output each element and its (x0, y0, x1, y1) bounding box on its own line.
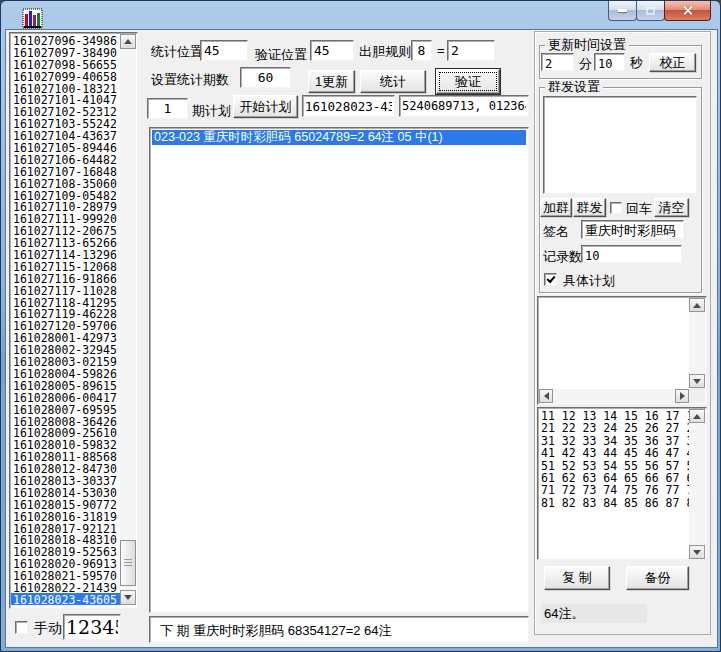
list-item[interactable]: 161027105-89446 (11, 141, 120, 153)
rule-label: 出胆规则 (359, 43, 411, 61)
sign-label: 签名 (543, 223, 569, 241)
history-scroll-track[interactable] (120, 49, 136, 590)
list-item[interactable]: 161028008-36426 (11, 415, 120, 427)
list-item[interactable]: 161027103-55242 (11, 117, 120, 129)
minutes-input[interactable] (542, 56, 573, 72)
plan-textarea-frame (537, 296, 707, 405)
plan-count-input[interactable] (148, 99, 187, 118)
list-item[interactable]: 161028007-69595 (11, 403, 120, 415)
digits-box (399, 95, 529, 117)
list-item[interactable]: 161027119-46228 (11, 307, 120, 319)
list-item[interactable]: 161027098-56655 (11, 58, 120, 70)
list-item[interactable]: 161028006-00417 (11, 391, 120, 403)
list-item[interactable]: 161028018-48310 (11, 533, 120, 545)
list-item[interactable]: 161027097-38490 (11, 46, 120, 58)
send-button[interactable]: 群发 (573, 198, 606, 217)
rule-right-input[interactable] (448, 41, 494, 60)
seconds-input[interactable] (595, 56, 624, 72)
plan-scroll-up-icon[interactable] (689, 298, 705, 312)
stat-pos-box (200, 40, 248, 61)
list-item[interactable]: 161028022-21439 (11, 581, 120, 593)
issue-input[interactable] (303, 96, 394, 116)
list-item[interactable]: 161028019-52563 (11, 545, 120, 557)
plan-textarea[interactable] (539, 298, 689, 388)
list-item[interactable]: 161027099-40658 (11, 70, 120, 82)
list-item[interactable]: 161028020-96913 (11, 557, 120, 569)
list-item[interactable]: 161027110-28979 (11, 200, 120, 212)
list-item[interactable]: 161028016-31819 (11, 510, 120, 522)
list-item[interactable]: 161027116-91866 (11, 272, 120, 284)
history-scroll-thumb[interactable] (120, 540, 136, 586)
next-period-box: 下 期 重庆时时彩胆码 68354127=2 64注 (149, 616, 529, 643)
calibrate-button[interactable]: 校正 (649, 53, 696, 72)
list-item[interactable]: 161027107-16848 (11, 165, 120, 177)
records-box (581, 245, 682, 263)
list-item[interactable]: 161027100-18321 (11, 82, 120, 94)
backup-button[interactable]: 备份 (626, 566, 689, 590)
close-button[interactable] (664, 1, 711, 21)
verify-button[interactable]: 验证 (436, 69, 500, 94)
add-group-button[interactable]: 加群 (540, 198, 572, 217)
list-item[interactable]: 161027111-99920 (11, 212, 120, 224)
app-bar-chart-icon (21, 8, 43, 30)
list-item[interactable]: 161027096-34986 (11, 34, 120, 46)
maximize-button[interactable] (636, 1, 665, 21)
list-item[interactable]: 161027101-41047 (11, 93, 120, 105)
list-item[interactable]: 161027118-41295 (11, 296, 120, 308)
plan-scroll-left-icon[interactable] (539, 389, 553, 403)
history-scroll-down-icon[interactable] (120, 590, 136, 605)
list-item[interactable]: 161028011-88568 (11, 450, 120, 462)
list-item[interactable]: 161028014-53030 (11, 486, 120, 498)
plan-scroll-right-icon[interactable] (675, 389, 689, 403)
detail-plan-checkbox[interactable] (544, 273, 557, 286)
list-item[interactable]: 161028005-89615 (11, 379, 120, 391)
numbers-textarea[interactable]: 11 12 13 14 15 16 17 18 21 22 23 24 25 2… (541, 410, 689, 557)
list-item[interactable]: 161027106-64482 (11, 153, 120, 165)
list-item[interactable]: 161028012-84730 (11, 462, 120, 474)
list-item[interactable]: 161027102-52312 (11, 105, 120, 117)
period-count-input[interactable] (241, 68, 290, 87)
list-item[interactable]: 161028002-32945 (11, 343, 120, 355)
history-scroll-up-icon[interactable] (120, 34, 136, 49)
digits-input[interactable] (400, 96, 528, 116)
records-input[interactable] (582, 248, 681, 264)
start-plan-button[interactable]: 开始计划 (233, 95, 298, 118)
list-item[interactable]: 161027112-20675 (11, 224, 120, 236)
manual-checkbox[interactable] (15, 621, 28, 634)
rule-left-input[interactable] (412, 41, 431, 60)
titlebar[interactable] (1, 1, 721, 29)
list-item[interactable]: 161028013-30337 (11, 474, 120, 486)
numbers-scroll-up-icon[interactable] (689, 409, 705, 423)
sign-input[interactable] (582, 223, 683, 240)
list-item[interactable]: 161028015-90772 (11, 498, 120, 510)
list-item[interactable]: 161027117-11028 (11, 284, 120, 296)
clear-button[interactable]: 清空 (654, 198, 689, 217)
list-item[interactable]: 161028001-42973 (11, 331, 120, 343)
minimize-button[interactable] (608, 1, 637, 21)
list-item[interactable]: 161028004-59826 (11, 367, 120, 379)
list-item[interactable]: 161028010-59832 (11, 438, 120, 450)
numbers-scroll-down-icon[interactable] (689, 545, 705, 559)
broadcast-textarea[interactable] (543, 96, 697, 194)
copy-button[interactable]: 复 制 (544, 566, 610, 590)
result-row-selected[interactable]: 023-023 重庆时时彩胆码 65024789=2 64注 05 中(1) (152, 130, 526, 145)
list-item[interactable]: 161027109-05482 (11, 189, 120, 201)
plan-scroll-down-icon[interactable] (689, 374, 705, 388)
list-item[interactable]: 161027114-13296 (11, 248, 120, 260)
list-item[interactable]: 161028003-02159 (11, 355, 120, 367)
verify-pos-input[interactable] (311, 41, 353, 60)
list-item[interactable]: 161028017-92121 (11, 522, 120, 534)
stat-button[interactable]: 统计 (360, 70, 426, 93)
manual-input[interactable] (64, 615, 120, 639)
list-item[interactable]: 161027108-35060 (11, 177, 120, 189)
list-item[interactable]: 161028023-43605 (11, 593, 120, 605)
enter-checkbox[interactable] (610, 202, 622, 214)
list-item[interactable]: 161028009-25610 (11, 426, 120, 438)
list-item[interactable]: 161027113-65266 (11, 236, 120, 248)
list-item[interactable]: 161027104-43637 (11, 129, 120, 141)
stat-pos-input[interactable] (201, 41, 247, 60)
update-button[interactable]: 1更新 (308, 70, 355, 93)
list-item[interactable]: 161027120-59706 (11, 319, 120, 331)
list-item[interactable]: 161028021-59570 (11, 569, 120, 581)
list-item[interactable]: 161027115-12068 (11, 260, 120, 272)
